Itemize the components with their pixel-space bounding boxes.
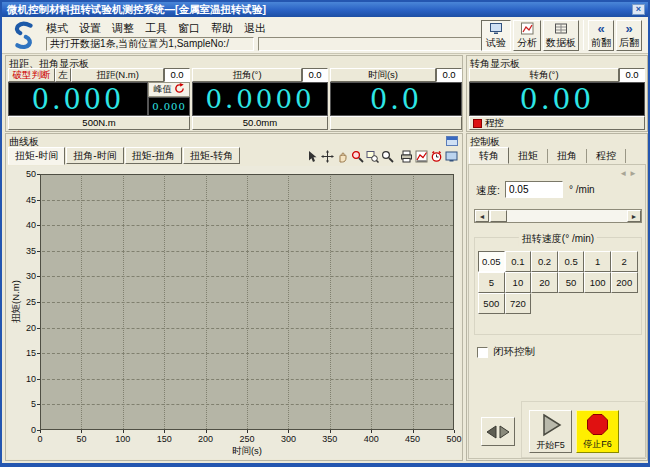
x-tick-0: 0: [26, 434, 54, 444]
y-tick-35: 35: [10, 246, 36, 256]
y-tick-30: 30: [10, 271, 36, 281]
menu-item-2[interactable]: 调整: [112, 22, 134, 34]
test-button[interactable]: 试验: [481, 20, 511, 51]
start-label: 开始F5: [530, 439, 571, 452]
data-monitor-icon[interactable]: [444, 149, 459, 164]
control-tab-0[interactable]: 转角: [469, 147, 509, 164]
speed-button-720[interactable]: 720: [505, 293, 532, 314]
curve-tab-1[interactable]: 扭角-时间: [66, 147, 123, 164]
time-header-value: 0.0: [436, 68, 462, 82]
analysis-button[interactable]: 分析: [513, 20, 541, 51]
cursor-icon[interactable]: [305, 149, 320, 164]
y-tick-mark: [37, 174, 40, 175]
y-tick-40: 40: [10, 220, 36, 230]
speed-button-2[interactable]: 2: [611, 251, 638, 272]
close-button[interactable]: ×: [632, 4, 645, 15]
speed-button-5[interactable]: 5: [478, 272, 505, 293]
x-tick-100: 100: [109, 434, 137, 444]
tab-scroller[interactable]: ◄►: [619, 169, 639, 178]
y-tick-25: 25: [10, 297, 36, 307]
x-tick-300: 300: [274, 434, 302, 444]
curve-tab-0[interactable]: 扭矩-时间: [8, 147, 65, 165]
speed-button-0.5[interactable]: 0.5: [558, 251, 585, 272]
scrollbar-right-arrow[interactable]: ►: [627, 210, 641, 222]
speed-button-100[interactable]: 100: [584, 272, 611, 293]
y-tick-5: 5: [10, 399, 36, 409]
curve-tab-3[interactable]: 扭矩-转角: [183, 147, 240, 164]
speed-button-0.05[interactable]: 0.05: [478, 251, 505, 272]
window-title: 微机控制材料扭转试验机测控系统—[金属室温扭转试验]: [7, 3, 266, 15]
peak-refresh-icon[interactable]: [174, 83, 185, 96]
angle-range: 50.0mm: [192, 116, 328, 130]
torque-header-value: 0.0: [164, 68, 190, 82]
move-icon[interactable]: [320, 149, 335, 164]
y-tick-mark: [37, 302, 40, 303]
menu-item-1[interactable]: 设置: [79, 22, 101, 34]
closed-loop-checkbox[interactable]: [477, 347, 488, 358]
scroll-right-icon[interactable]: ►: [629, 169, 639, 178]
x-tick-150: 150: [150, 434, 178, 444]
menu-item-4[interactable]: 窗口: [178, 22, 200, 34]
panel-window-icon[interactable]: [446, 136, 458, 146]
start-button[interactable]: 开始F5: [529, 410, 572, 453]
speed-button-0.2[interactable]: 0.2: [531, 251, 558, 272]
gridline-v: [413, 176, 414, 429]
zoom-in-icon[interactable]: [350, 149, 365, 164]
speed-button-20[interactable]: 20: [531, 272, 558, 293]
monitor-icon: [482, 22, 510, 36]
x-tick-mark: [164, 430, 165, 433]
analysis-chart-icon: [514, 22, 540, 36]
x-tick-450: 450: [399, 434, 427, 444]
menu-item-5[interactable]: 帮助: [211, 22, 233, 34]
control-tab-content: ◄► 速度: ° /min ◄ ► 扭转速度(° /min) 0.050.10.…: [468, 164, 646, 459]
speed-button-1[interactable]: 1: [584, 251, 611, 272]
speed-button-0.1[interactable]: 0.1: [505, 251, 532, 272]
title-bar[interactable]: 微机控制材料扭转试验机测控系统—[金属室温扭转试验] ×: [2, 2, 648, 17]
gridline-v: [330, 176, 331, 429]
x-tick-mark: [247, 430, 248, 433]
page-forward-button[interactable]: » 后翻: [616, 20, 642, 51]
torque-angle-display-panel: 扭距、扭角显示板 破型判断 左 扭距(N.m) 0.0 0.000 峰值 0.: [5, 55, 463, 132]
menu-item-6[interactable]: 退出: [244, 22, 266, 34]
status-extra: [258, 37, 500, 51]
zoom-out-icon[interactable]: [380, 149, 395, 164]
control-tabs: 转角扭矩扭角程控: [469, 147, 626, 164]
chart-export-icon[interactable]: [414, 149, 429, 164]
gridline-v: [81, 176, 82, 429]
stop-button[interactable]: 停止F6: [576, 410, 619, 453]
print-icon[interactable]: [399, 149, 414, 164]
speed-input[interactable]: [505, 181, 563, 198]
direction-label: 左: [55, 68, 71, 82]
time-value: 0.0: [330, 82, 462, 116]
menu-item-3[interactable]: 工具: [145, 22, 167, 34]
page-back-button[interactable]: « 前翻: [588, 20, 614, 51]
pan-hand-icon[interactable]: [335, 149, 350, 164]
speed-button-500[interactable]: 500: [478, 293, 505, 314]
data-board-button[interactable]: 数据板: [543, 20, 579, 51]
speed-button-50[interactable]: 50: [558, 272, 585, 293]
y-tick-45: 45: [10, 195, 36, 205]
twist-speed-group-title: 扭转速度(° /min): [519, 232, 597, 246]
break-detect-label: 破型判断: [8, 68, 55, 82]
scroll-left-icon[interactable]: ◄: [619, 169, 629, 178]
alarm-clock-icon[interactable]: [429, 149, 444, 164]
zoom-window-icon[interactable]: [365, 149, 380, 164]
x-tick-mark: [123, 430, 124, 433]
control-tab-2[interactable]: 扭角: [548, 149, 587, 163]
speed-button-200[interactable]: 200: [611, 272, 638, 293]
toolbar-separator: [583, 20, 584, 50]
torque-value: 0.000: [8, 82, 148, 116]
speed-unit-label: ° /min: [569, 184, 595, 195]
control-tab-3[interactable]: 程控: [587, 149, 626, 163]
control-tab-1[interactable]: 扭矩: [509, 149, 548, 163]
scrollbar-thumb[interactable]: [490, 210, 507, 222]
jog-button[interactable]: [481, 417, 515, 446]
curve-tab-2[interactable]: 扭矩-扭角: [125, 147, 182, 164]
status-text: 共打开数据1条,当前位置为1,SampleNo:/: [46, 37, 254, 51]
scrollbar-left-arrow[interactable]: ◄: [475, 210, 489, 222]
speed-button-10[interactable]: 10: [505, 272, 532, 293]
menu-item-0[interactable]: 模式: [46, 22, 68, 34]
y-tick-mark: [37, 379, 40, 380]
speed-scrollbar[interactable]: ◄ ►: [474, 209, 642, 223]
y-tick-mark: [37, 276, 40, 277]
